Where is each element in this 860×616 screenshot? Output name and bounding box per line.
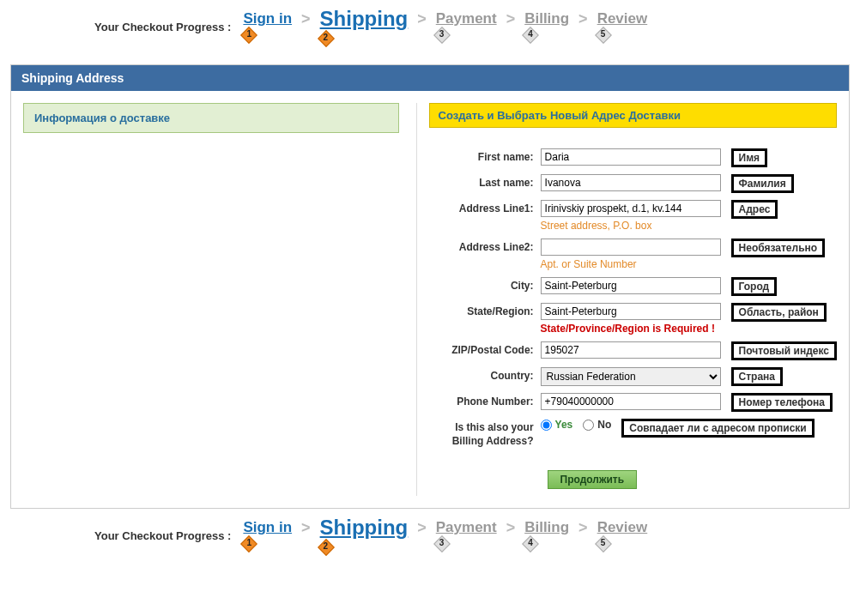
first-name-label: First name: [429, 148, 541, 163]
progress-label-bottom: Your Checkout Progress : [94, 529, 231, 542]
address1-input[interactable] [541, 200, 721, 217]
address2-hint: Apt. or Suite Number [541, 258, 721, 270]
checkout-progress-bottom: Your Checkout Progress : Sign in 1 > Shi… [0, 509, 860, 573]
step-review-b[interactable]: Review 5 [597, 519, 648, 553]
step-payment[interactable]: Payment 3 [436, 10, 497, 44]
step-review[interactable]: Review 5 [597, 10, 648, 44]
zip-label: ZIP/Postal Code: [429, 341, 541, 356]
phone-annotation: Номер телефона [731, 393, 833, 412]
zip-input[interactable] [541, 341, 721, 359]
city-label: City: [429, 277, 541, 292]
state-annotation: Область, район [731, 303, 827, 322]
address1-label: Address Line1: [429, 200, 541, 214]
last-name-input[interactable] [541, 174, 721, 191]
continue-button[interactable]: Продолжить [548, 470, 638, 489]
step-billing-b[interactable]: Billing 4 [524, 519, 569, 553]
chevron-right-icon: > [506, 516, 516, 537]
billing-label: Is this also your Billing Address? [429, 419, 541, 448]
step-shipping-b[interactable]: Shipping 2 [320, 516, 409, 556]
last-name-label: Last name: [429, 174, 541, 189]
last-name-annotation: Фамилия [731, 174, 794, 193]
step-payment-b[interactable]: Payment 3 [436, 519, 497, 553]
step-signin[interactable]: Sign in 1 [243, 10, 292, 44]
billing-no-label: No [597, 419, 611, 431]
step-shipping[interactable]: Shipping 2 [320, 7, 409, 47]
shipping-info-box: Информация о доставке [23, 103, 399, 133]
chevron-right-icon: > [578, 7, 588, 28]
checkout-progress-top: Your Checkout Progress : Sign in 1 > Shi… [0, 0, 860, 64]
chevron-right-icon: > [578, 516, 588, 537]
step-signin-b[interactable]: Sign in 1 [243, 519, 292, 553]
country-annotation: Страна [731, 367, 783, 386]
progress-label: Your Checkout Progress : [94, 21, 231, 33]
step-billing[interactable]: Billing 4 [524, 10, 569, 44]
address2-input[interactable] [541, 239, 721, 256]
address1-hint: Street address, P.O. box [541, 220, 721, 232]
city-annotation: Город [731, 277, 778, 296]
shipping-panel: Shipping Address Информация о доставке С… [10, 64, 850, 509]
address2-label: Address Line2: [429, 239, 541, 253]
zip-annotation: Почтовый индекс [731, 341, 837, 360]
first-name-input[interactable] [541, 148, 721, 166]
create-address-header: Создать и Выбрать Новый Адрес Доставки [429, 103, 837, 128]
phone-label: Phone Number: [429, 393, 541, 408]
address1-annotation: Адрес [731, 200, 778, 219]
billing-annotation: Совпадает ли с адресом прописки [621, 419, 814, 438]
country-select[interactable]: Russian Federation [541, 367, 721, 386]
phone-input[interactable] [541, 393, 721, 410]
first-name-annotation: Имя [731, 148, 768, 167]
state-input[interactable] [541, 303, 721, 320]
chevron-right-icon: > [417, 516, 427, 537]
address2-annotation: Необязательно [731, 239, 826, 257]
state-label: State/Region: [429, 303, 541, 317]
billing-yes-label: Yes [555, 419, 573, 431]
chevron-right-icon: > [417, 7, 427, 28]
chevron-right-icon: > [301, 516, 311, 537]
city-input[interactable] [541, 277, 721, 294]
chevron-right-icon: > [301, 7, 311, 28]
panel-title: Shipping Address [11, 65, 849, 91]
chevron-right-icon: > [506, 7, 516, 28]
state-error: State/Province/Region is Required ! [541, 323, 721, 335]
country-label: Country: [429, 367, 541, 382]
billing-yes-radio[interactable] [541, 420, 552, 431]
billing-no-radio[interactable] [583, 420, 594, 431]
